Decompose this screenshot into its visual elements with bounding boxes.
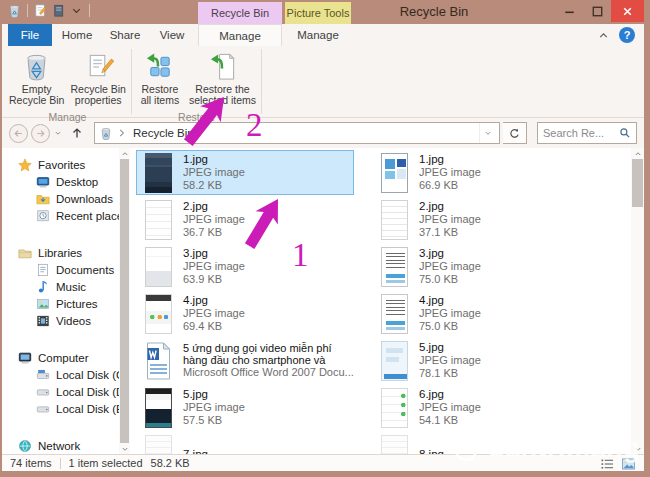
close-button[interactable] bbox=[611, 0, 644, 22]
file-row[interactable]: 7.jpg bbox=[136, 432, 372, 454]
sidebar-item-local-disk-c[interactable]: Local Disk (C:) bbox=[2, 366, 119, 383]
restore-all-items-button[interactable]: Restoreall items bbox=[134, 48, 186, 107]
file-size: 75.0 KB bbox=[419, 273, 481, 286]
recycle-bin-icon[interactable] bbox=[7, 3, 22, 18]
file-row[interactable]: 1.jpgJPEG image66.9 KB bbox=[372, 150, 631, 195]
file-row[interactable]: 5 ứng dụng gọi video miễn phí hàng đầu c… bbox=[136, 338, 372, 383]
sidebar-item-local-disk-d[interactable]: Local Disk (D:) bbox=[2, 383, 119, 400]
scroll-down-icon[interactable] bbox=[119, 443, 130, 454]
file-row[interactable]: 4.jpgJPEG image69.4 KB bbox=[136, 291, 372, 336]
file-meta: 4.jpgJPEG image75.0 KB bbox=[419, 294, 481, 333]
sidebar-item-label: Music bbox=[56, 281, 86, 293]
file-row[interactable]: 8.jpg bbox=[372, 432, 631, 454]
sidebar-item-libraries[interactable]: Libraries bbox=[2, 244, 119, 261]
file-thumbnail bbox=[381, 388, 408, 428]
file-meta: 1.jpgJPEG image66.9 KB bbox=[419, 153, 481, 192]
details-view-button[interactable] bbox=[599, 457, 616, 470]
sidebar-item-videos[interactable]: Videos bbox=[2, 312, 119, 329]
file-name: 5.jpg bbox=[419, 341, 481, 354]
sidebar-item-label: Favorites bbox=[38, 159, 85, 171]
file-list: 1.jpgJPEG image58.2 KB2.jpgJPEG image36.… bbox=[130, 148, 631, 454]
file-row[interactable]: 6.jpgJPEG image54.1 KB bbox=[372, 385, 631, 430]
file-meta: 5.jpgJPEG image78.1 KB bbox=[419, 341, 481, 380]
file-meta: 2.jpgJPEG image37.1 KB bbox=[419, 200, 481, 239]
scroll-down-icon[interactable] bbox=[631, 443, 644, 454]
tab-view[interactable]: View bbox=[150, 24, 194, 46]
properties-icon[interactable] bbox=[33, 3, 48, 18]
refresh-button[interactable] bbox=[503, 122, 527, 144]
folder-icon[interactable] bbox=[51, 3, 66, 18]
file-type: JPEG image bbox=[419, 354, 481, 367]
file-size: 54.1 KB bbox=[419, 414, 481, 427]
file-type: JPEG image bbox=[183, 213, 245, 226]
maximize-button[interactable] bbox=[583, 0, 611, 22]
sidebar-item-network[interactable]: Network bbox=[2, 437, 119, 454]
forward-button[interactable] bbox=[31, 124, 50, 143]
tab-manage-2[interactable]: Manage bbox=[285, 24, 351, 46]
main-area: FavoritesDesktopDownloadsRecent placesLi… bbox=[2, 148, 644, 454]
file-row[interactable]: 3.jpgJPEG image75.0 KB bbox=[372, 244, 631, 289]
sidebar-item-favorites[interactable]: Favorites bbox=[2, 156, 119, 173]
ribbon-group-restore: Restoreall itemsRestore theselected item… bbox=[134, 46, 259, 117]
sidebar-item-documents[interactable]: Documents bbox=[2, 261, 119, 278]
tab-manage-1[interactable]: Manage bbox=[198, 24, 282, 46]
sidebar-scrollbar[interactable] bbox=[119, 148, 130, 454]
back-button[interactable] bbox=[9, 124, 28, 143]
file-size: 36.7 KB bbox=[183, 226, 245, 239]
file-row[interactable]: 1.jpgJPEG image58.2 KB bbox=[136, 150, 354, 195]
file-size: 37.1 KB bbox=[419, 226, 481, 239]
filelist-scrollbar[interactable] bbox=[631, 148, 644, 454]
restore-the-selected-items-button[interactable]: Restore theselected items bbox=[186, 48, 259, 107]
sidebar-item-desktop[interactable]: Desktop bbox=[2, 173, 119, 190]
tab-share[interactable]: Share bbox=[102, 24, 148, 46]
file-meta: 3.jpgJPEG image63.9 KB bbox=[183, 247, 245, 286]
minimize-button[interactable] bbox=[555, 0, 583, 22]
file-row[interactable]: 2.jpgJPEG image37.1 KB bbox=[372, 197, 631, 242]
sidebar-item-computer[interactable]: Computer bbox=[2, 349, 119, 366]
qat-dropdown-icon[interactable] bbox=[69, 3, 84, 18]
file-row[interactable]: 2.jpgJPEG image36.7 KB bbox=[136, 197, 372, 242]
address-dropdown-icon[interactable] bbox=[479, 123, 495, 143]
file-row[interactable]: 5.jpgJPEG image57.5 KB bbox=[136, 385, 372, 430]
file-name: 6.jpg bbox=[419, 388, 481, 401]
file-type: JPEG image bbox=[419, 213, 481, 226]
sidebar-item-label: Local Disk (C:) bbox=[56, 369, 119, 381]
file-row[interactable]: 4.jpgJPEG image75.0 KB bbox=[372, 291, 631, 336]
file-name: 4.jpg bbox=[419, 294, 481, 307]
file-column-2: 1.jpgJPEG image66.9 KB2.jpgJPEG image37.… bbox=[372, 150, 631, 454]
breadcrumb[interactable]: Recycle Bin bbox=[133, 127, 194, 139]
sidebar-item-label: Recent places bbox=[56, 210, 119, 222]
sidebar-item-recent-places[interactable]: Recent places bbox=[2, 207, 119, 224]
file-row[interactable]: 3.jpgJPEG image63.9 KB bbox=[136, 244, 372, 289]
scroll-up-icon[interactable] bbox=[631, 148, 644, 159]
sidebar-item-label: Downloads bbox=[56, 193, 113, 205]
file-row[interactable]: 5.jpgJPEG image78.1 KB bbox=[372, 338, 631, 383]
scroll-up-icon[interactable] bbox=[119, 148, 130, 159]
sidebar-item-music[interactable]: Music bbox=[2, 278, 119, 295]
sidebar-section-network: Network bbox=[2, 437, 119, 454]
recycle-bin-properties-button[interactable]: Recycle Binproperties bbox=[67, 48, 128, 107]
scrollbar-thumb[interactable] bbox=[632, 159, 643, 207]
help-icon[interactable]: ? bbox=[619, 27, 635, 43]
contextual-tab-recycle-bin-tools[interactable]: Recycle Bin Tools bbox=[198, 2, 282, 24]
recent-locations-icon[interactable] bbox=[53, 128, 63, 138]
search-box[interactable]: Search Re... bbox=[537, 122, 637, 144]
tab-home[interactable]: Home bbox=[54, 24, 100, 46]
selection-count: 1 item selected bbox=[69, 457, 143, 469]
address-bar: Recycle Bin Search Re... bbox=[2, 118, 644, 148]
scrollbar-thumb[interactable] bbox=[120, 159, 129, 443]
sidebar-item-downloads[interactable]: Downloads bbox=[2, 190, 119, 207]
empty-recycle-bin-button[interactable]: EmptyRecycle Bin bbox=[6, 48, 67, 107]
sidebar-item-pictures[interactable]: Pictures bbox=[2, 295, 119, 312]
file-type: JPEG image bbox=[419, 166, 481, 179]
sidebar-item-local-disk-e[interactable]: Local Disk (E:) bbox=[2, 400, 119, 417]
tab-file[interactable]: File bbox=[8, 24, 52, 46]
navigation-pane: FavoritesDesktopDownloadsRecent placesLi… bbox=[2, 148, 119, 454]
file-name: 3.jpg bbox=[183, 247, 245, 260]
thumbnail-view-button[interactable] bbox=[620, 457, 637, 470]
contextual-tab-picture-tools[interactable]: Picture Tools bbox=[285, 2, 351, 24]
up-button[interactable] bbox=[66, 123, 88, 143]
refresh-icon bbox=[508, 127, 521, 140]
address-field[interactable]: Recycle Bin bbox=[94, 122, 500, 144]
collapse-ribbon-icon[interactable] bbox=[597, 29, 610, 42]
